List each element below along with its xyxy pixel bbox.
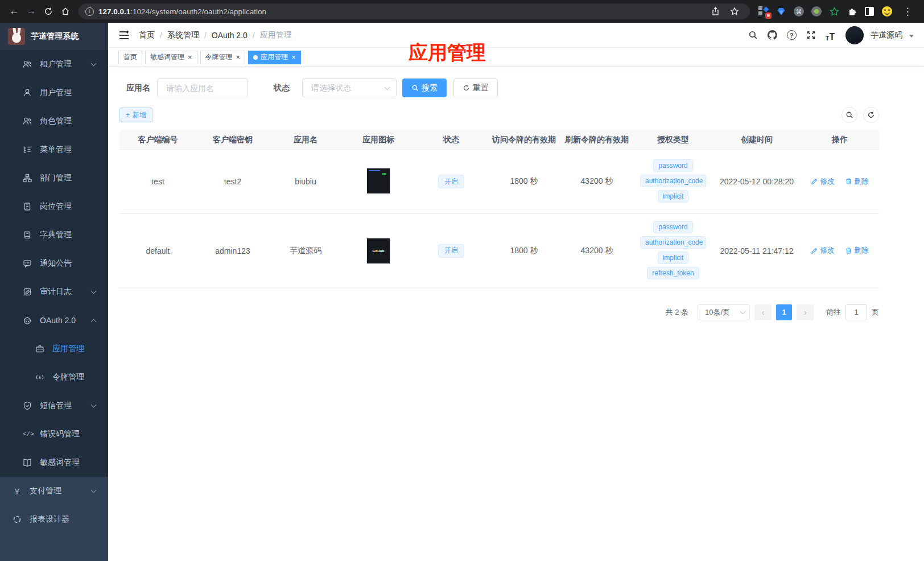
browser-back-icon[interactable]: ← <box>6 3 23 20</box>
split-screen-extension-icon[interactable] <box>864 6 875 17</box>
sidebar-item-oauth-application[interactable]: 应用管理 <box>0 335 108 363</box>
chevron-down-icon <box>91 487 97 493</box>
sidebar-item-user[interactable]: 用户管理 <box>0 79 108 107</box>
next-page-button[interactable]: › <box>797 304 814 320</box>
tab-sensitive-word[interactable]: 敏感词管理× <box>145 51 197 64</box>
sidebar-item-menu[interactable]: 菜单管理 <box>0 135 108 164</box>
status-select[interactable]: 请选择状态 <box>302 79 397 97</box>
font-size-icon[interactable]: TT <box>824 29 836 42</box>
app-name-input[interactable] <box>157 79 248 97</box>
browser-menu-icon[interactable]: ⋮ <box>899 3 916 20</box>
record-extension-icon[interactable] <box>811 6 822 17</box>
delete-link[interactable]: 删除 <box>845 176 869 187</box>
browser-forward-icon[interactable]: → <box>23 3 40 20</box>
page-size-select[interactable]: 10条/页 <box>698 304 750 320</box>
filter-form: 应用名 状态 请选择状态 搜索 重置 <box>119 79 913 97</box>
col-grant-types: 授权类型 <box>633 130 713 150</box>
sidebar-item-sensitive-word[interactable]: 敏感词管理 <box>0 448 108 477</box>
chevron-down-icon <box>91 402 97 407</box>
sidebar-item-dict[interactable]: 字典管理 <box>0 221 108 249</box>
trash-icon <box>845 247 852 254</box>
sidebar-item-sms[interactable]: 短信管理 <box>0 391 108 420</box>
sidebar-item-error-code[interactable]: </> 错误码管理 <box>0 420 108 448</box>
table-toolbar: + 新增 <box>119 107 879 123</box>
current-page-button[interactable]: 1 <box>776 304 792 320</box>
breadcrumb-home[interactable]: 首页 <box>139 30 155 40</box>
grid-extension-icon[interactable]: 9 <box>758 6 769 17</box>
sidebar-item-label: 令牌管理 <box>52 372 84 382</box>
avatar[interactable] <box>845 26 864 44</box>
pagination: 共 2 条 10条/页 ‹ 1 › 前往 页 <box>119 304 879 320</box>
chevron-down-icon[interactable] <box>909 35 914 38</box>
chevron-down-icon <box>91 288 97 294</box>
sidebar-logo[interactable]: 芋道管理系统 <box>0 23 108 50</box>
grant-type-tag: authorization_code <box>640 175 706 187</box>
bookmark-star-icon[interactable] <box>726 3 743 20</box>
delete-link[interactable]: 删除 <box>845 245 869 255</box>
search-button[interactable]: 搜索 <box>402 79 447 97</box>
close-icon[interactable]: × <box>236 53 241 61</box>
edit-pencil-icon <box>811 247 818 254</box>
github-icon[interactable] <box>766 29 778 42</box>
refresh-table-button[interactable] <box>863 107 879 123</box>
username[interactable]: 芋道源码 <box>871 30 902 40</box>
col-app-icon: 应用图标 <box>342 130 415 150</box>
sidebar-item-dept[interactable]: 部门管理 <box>0 164 108 192</box>
sidebar-item-label: 菜单管理 <box>40 145 72 155</box>
edit-link[interactable]: 修改 <box>811 245 835 255</box>
command-extension-icon[interactable]: ⌘ <box>793 6 805 17</box>
goto-page-input[interactable] <box>845 304 867 320</box>
sidebar-item-payment[interactable]: ¥ 支付管理 <box>0 477 108 505</box>
collapse-sidebar-icon[interactable] <box>118 30 130 41</box>
sidebar-item-label: 敏感词管理 <box>40 457 80 468</box>
breadcrumb-oauth[interactable]: OAuth 2.0 <box>212 31 248 40</box>
grant-type-tag: refresh_token <box>647 267 699 279</box>
sidebar-item-tenant[interactable]: 租户管理 <box>0 50 108 79</box>
emoji-extension-icon[interactable] <box>881 6 893 17</box>
sidebar: 芋道管理系统 租户管理 用户管理 角色管理 菜单管理 部门管理 <box>0 23 108 561</box>
sidebar-item-notice[interactable]: 通知公告 <box>0 249 108 278</box>
puzzle-extension-icon[interactable] <box>846 6 857 17</box>
breadcrumb-system[interactable]: 系统管理 <box>167 30 199 40</box>
sidebar-item-oauth-token[interactable]: 令牌管理 <box>0 363 108 391</box>
status-badge: 开启 <box>438 244 464 258</box>
star-extension-icon[interactable] <box>828 6 840 17</box>
col-app-name: 应用名 <box>269 130 342 150</box>
badge-icon <box>23 202 32 211</box>
total-count: 共 2 条 <box>666 307 688 317</box>
briefcase-icon <box>35 344 44 353</box>
close-icon[interactable]: × <box>291 53 296 61</box>
share-icon[interactable] <box>707 3 724 20</box>
app-name-label: 应用名 <box>119 83 157 93</box>
tab-token[interactable]: 令牌管理× <box>200 51 246 64</box>
navbar-right: ? TT 芋道源码 <box>746 26 914 44</box>
sidebar-item-post[interactable]: 岗位管理 <box>0 192 108 221</box>
browser-home-icon[interactable] <box>57 3 74 20</box>
sidebar-item-role[interactable]: 角色管理 <box>0 107 108 135</box>
sidebar-item-oauth[interactable]: OAuth 2.0 <box>0 306 108 335</box>
show-search-toggle-button[interactable] <box>842 107 857 123</box>
sidebar-item-label: 支付管理 <box>30 486 61 496</box>
fullscreen-icon[interactable] <box>805 29 817 42</box>
site-info-icon[interactable]: i <box>85 7 94 16</box>
prev-page-button[interactable]: ‹ <box>754 304 772 320</box>
close-icon[interactable]: × <box>188 53 192 61</box>
add-button[interactable]: + 新增 <box>119 108 152 122</box>
sidebar-item-audit-log[interactable]: 审计日志 <box>0 278 108 306</box>
help-icon[interactable]: ? <box>785 29 798 42</box>
reset-button[interactable]: 重置 <box>453 79 498 97</box>
tab-application-active[interactable]: 应用管理× <box>248 51 301 64</box>
browser-reload-icon[interactable] <box>40 3 57 20</box>
col-actions: 操作 <box>801 130 879 150</box>
status-label: 状态 <box>274 83 302 93</box>
tab-home[interactable]: 首页 <box>118 51 142 64</box>
user-icon <box>23 88 32 97</box>
book-icon <box>23 230 32 240</box>
gem-extension-icon[interactable] <box>776 6 787 17</box>
url-bar[interactable]: i 127.0.0.1:1024/system/oauth2/oauth2/ap… <box>79 3 750 19</box>
search-icon[interactable] <box>746 29 759 42</box>
shield-check-icon <box>23 401 32 410</box>
page-content: 应用名 状态 请选择状态 搜索 重置 + <box>108 67 924 561</box>
sidebar-item-report-designer[interactable]: 报表设计器 <box>0 505 108 534</box>
edit-link[interactable]: 修改 <box>811 176 835 187</box>
